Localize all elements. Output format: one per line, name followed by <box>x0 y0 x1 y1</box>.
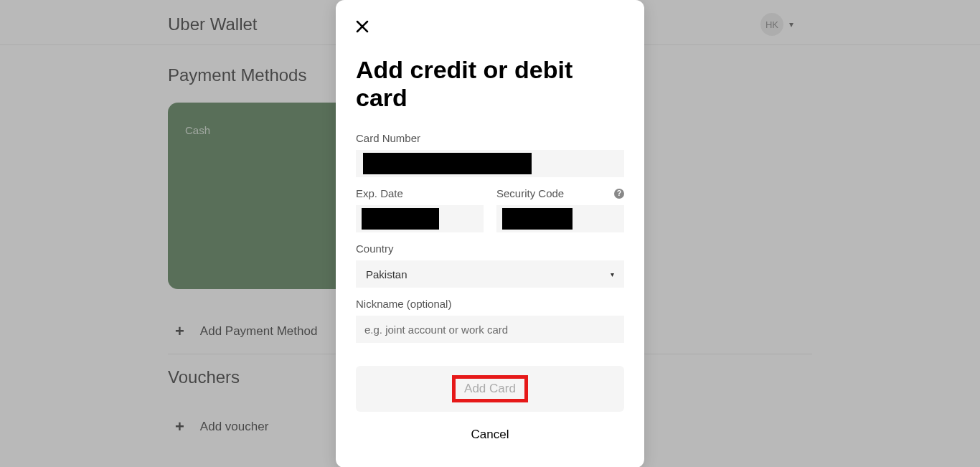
chevron-down-icon: ▾ <box>611 270 614 278</box>
modal-overlay[interactable]: Add credit or debit card Card Number Exp… <box>0 0 980 467</box>
label-country: Country <box>356 242 624 255</box>
country-value: Pakistan <box>366 268 407 280</box>
nickname-input[interactable] <box>356 316 624 343</box>
label-security-code: Security Code ? <box>496 187 624 199</box>
add-card-label: Add Card <box>456 379 524 399</box>
security-code-text: Security Code <box>496 187 564 199</box>
exp-date-input[interactable] <box>356 205 484 232</box>
label-exp-date: Exp. Date <box>356 187 484 199</box>
security-code-input[interactable] <box>496 205 624 232</box>
modal-title: Add credit or debit card <box>356 56 624 112</box>
cancel-button[interactable]: Cancel <box>356 416 624 453</box>
card-number-input[interactable] <box>356 150 624 177</box>
label-nickname: Nickname (optional) <box>356 298 624 310</box>
add-card-button[interactable]: Add Card <box>356 366 624 412</box>
close-icon[interactable] <box>356 17 369 36</box>
label-card-number: Card Number <box>356 132 624 144</box>
country-dropdown[interactable]: Pakistan ▾ <box>356 260 624 288</box>
add-card-modal: Add credit or debit card Card Number Exp… <box>336 0 644 467</box>
help-icon[interactable]: ? <box>614 189 624 199</box>
